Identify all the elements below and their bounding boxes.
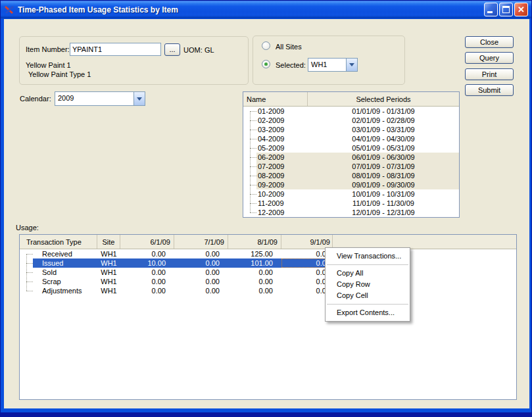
submit-button[interactable]: Submit [465, 84, 514, 96]
usage-panel: Transaction TypeSite6/1/097/1/098/1/099/… [19, 234, 517, 400]
period-row[interactable]: 08-200908/01/09 - 08/31/09 [243, 171, 459, 180]
usage-column-header[interactable]: 8/1/09 [228, 235, 281, 249]
period-row[interactable]: 12-200912/01/09 - 12/31/09 [243, 208, 459, 217]
menu-item-view-transactions[interactable]: View Transactions... [326, 251, 410, 262]
window-title: Time-Phased Item Usage Statistics by Ite… [18, 5, 484, 14]
context-menu: View Transactions...Copy AllCopy RowCopy… [325, 247, 410, 322]
period-range: 04/01/09 - 04/30/09 [308, 134, 459, 143]
usage-column-header[interactable]: Transaction Type [20, 235, 97, 249]
usage-value-cell[interactable]: 0.00 [228, 268, 281, 277]
period-row[interactable]: 02-200902/01/09 - 02/28/09 [243, 116, 459, 125]
tree-connector-icon [250, 212, 256, 213]
calendar-combobox[interactable]: 2009 [55, 91, 145, 106]
minimize-button[interactable] [484, 3, 498, 16]
period-range: 05/01/09 - 05/31/09 [308, 143, 459, 153]
usage-value-cell[interactable]: 0.00 [120, 277, 174, 286]
period-row[interactable]: 04-200904/01/09 - 04/30/09 [243, 134, 459, 143]
period-range: 01/01/09 - 01/31/09 [308, 107, 459, 116]
usage-header-filler [333, 235, 516, 249]
menu-item-copy-all[interactable]: Copy All [326, 268, 410, 279]
usage-row[interactable]: AdjustmentsWH10.000.000.000.00 [20, 286, 516, 295]
period-range: 08/01/09 - 08/31/09 [308, 171, 459, 180]
usage-row[interactable]: ReceivedWH10.000.00125.000.00 [20, 249, 516, 258]
period-row[interactable]: 11-200911/01/09 - 11/30/09 [243, 199, 459, 208]
usage-value-cell[interactable]: 0.00 [120, 286, 174, 295]
usage-list: ReceivedWH10.000.00125.000.00IssuedWH110… [20, 249, 516, 295]
close-button[interactable]: Close [465, 36, 514, 48]
period-name: 08-2009 [256, 171, 308, 180]
period-range: 12/01/09 - 12/31/09 [308, 208, 459, 217]
usage-value-cell[interactable]: 0.00 [228, 277, 281, 286]
chevron-down-icon [349, 63, 354, 66]
usage-value-cell[interactable]: 10.00 [120, 258, 174, 268]
period-name: 09-2009 [256, 180, 308, 189]
usage-row[interactable]: ScrapWH10.000.000.000.00 [20, 277, 516, 286]
period-row[interactable]: 03-200903/01/09 - 03/31/09 [243, 125, 459, 134]
period-row[interactable]: 05-200905/01/09 - 05/31/09 [243, 143, 459, 153]
periods-column-header-name[interactable]: Name [243, 92, 308, 106]
uom-label: UOM: [183, 46, 203, 54]
period-row[interactable]: 01-200901/01/09 - 01/31/09 [243, 107, 459, 116]
selected-site-radio[interactable] [262, 60, 270, 68]
period-name: 04-2009 [256, 134, 308, 143]
periods-list: 01-200901/01/09 - 01/31/0902-200902/01/0… [243, 107, 459, 217]
site-cell: WH1 [97, 249, 120, 258]
menu-separator [327, 264, 408, 265]
site-combobox[interactable]: WH1 [308, 58, 358, 72]
period-range: 09/01/09 - 09/30/09 [308, 180, 459, 189]
close-window-button[interactable]: ✕ [514, 3, 528, 16]
print-button[interactable]: Print [465, 68, 514, 80]
tree-connector-icon [26, 272, 33, 273]
usage-row[interactable]: IssuedWH110.000.00101.000.00 [20, 258, 516, 268]
item-number-label: Item Number: [26, 45, 70, 53]
usage-value-cell[interactable]: 0.00 [120, 268, 174, 277]
period-range: 11/01/09 - 11/30/09 [308, 199, 459, 208]
close-icon: ✕ [515, 3, 527, 16]
app-icon [4, 5, 14, 15]
usage-value-cell[interactable]: 125.00 [228, 249, 281, 258]
maximize-button[interactable] [499, 3, 513, 16]
tree-connector-icon [250, 166, 256, 167]
tree-connector-icon [26, 263, 33, 264]
usage-value-cell[interactable]: 0.00 [174, 268, 228, 277]
all-sites-label: All Sites [276, 43, 302, 51]
tree-connector-icon [250, 111, 256, 112]
menu-item-export-contents[interactable]: Export Contents... [326, 307, 410, 318]
usage-value-cell[interactable]: 0.00 [174, 286, 228, 295]
all-sites-radio[interactable] [262, 41, 270, 50]
period-row[interactable]: 10-200910/01/09 - 10/31/09 [243, 189, 459, 199]
menu-item-copy-row[interactable]: Copy Row [326, 279, 410, 290]
usage-column-header[interactable]: 7/1/09 [174, 235, 228, 249]
item-browse-button[interactable]: ... [164, 43, 180, 56]
query-button[interactable]: Query [465, 52, 514, 64]
period-range: 06/01/09 - 06/30/09 [308, 153, 459, 162]
periods-column-header-selected-periods[interactable]: Selected Periods [308, 92, 459, 106]
periods-panel: Name Selected Periods 01-200901/01/09 - … [243, 91, 460, 218]
titlebar[interactable]: Time-Phased Item Usage Statistics by Ite… [1, 1, 531, 18]
usage-column-header[interactable]: 9/1/09 [281, 235, 333, 249]
period-row[interactable]: 06-200906/01/09 - 06/30/09 [243, 153, 459, 162]
usage-value-cell[interactable]: 0.00 [120, 249, 174, 258]
usage-column-header[interactable]: 6/1/09 [120, 235, 174, 249]
tree-connector-icon [250, 203, 256, 204]
period-name: 11-2009 [256, 199, 308, 208]
usage-value-cell[interactable]: 0.00 [228, 286, 281, 295]
site-cell: WH1 [97, 258, 120, 268]
menu-item-copy-cell[interactable]: Copy Cell [326, 290, 410, 301]
tree-connector-icon [250, 130, 256, 130]
usage-column-header[interactable]: Site [97, 235, 120, 249]
usage-value-cell[interactable]: 101.00 [228, 258, 281, 268]
period-row[interactable]: 07-200907/01/09 - 07/31/09 [243, 162, 459, 171]
usage-value-cell[interactable]: 0.00 [174, 277, 228, 286]
minimize-icon [487, 11, 493, 13]
item-number-input[interactable] [70, 43, 161, 56]
usage-value-cell[interactable]: 0.00 [174, 249, 228, 258]
tree-connector-icon [250, 139, 256, 139]
site-combobox-arrow-button[interactable] [346, 59, 357, 71]
usage-value-cell[interactable]: 0.00 [174, 258, 228, 268]
site-cell: WH1 [97, 286, 120, 295]
period-row[interactable]: 09-200909/01/09 - 09/30/09 [243, 180, 459, 189]
usage-label: Usage: [16, 224, 39, 232]
usage-row[interactable]: SoldWH10.000.000.000.00 [20, 268, 516, 277]
calendar-combobox-arrow-button[interactable] [133, 92, 145, 105]
